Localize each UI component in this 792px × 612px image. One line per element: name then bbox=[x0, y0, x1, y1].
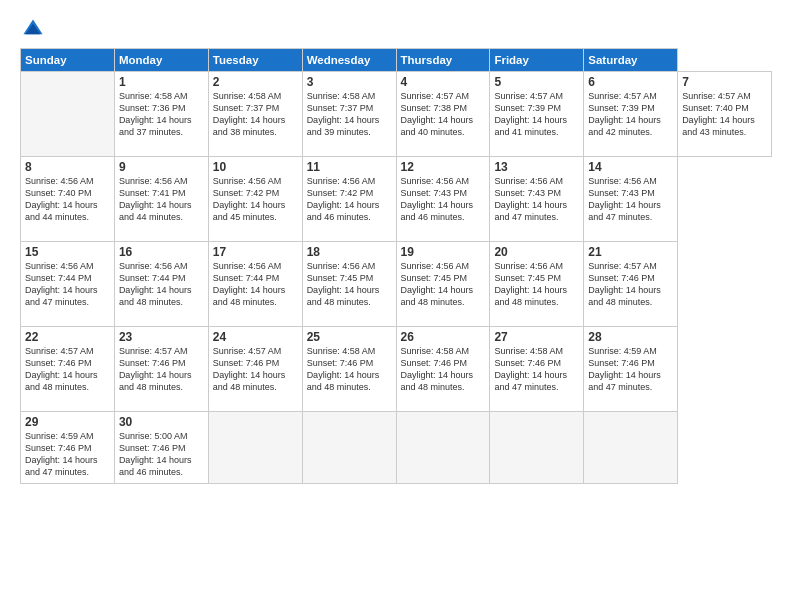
cell-details: Sunrise: 4:58 AM Sunset: 7:37 PM Dayligh… bbox=[213, 90, 298, 139]
day-number: 17 bbox=[213, 245, 298, 259]
week-row-5: 29Sunrise: 4:59 AM Sunset: 7:46 PM Dayli… bbox=[21, 412, 772, 484]
header bbox=[20, 18, 772, 40]
day-cell bbox=[302, 412, 396, 484]
header-row: SundayMondayTuesdayWednesdayThursdayFrid… bbox=[21, 49, 772, 72]
week-row-3: 15Sunrise: 4:56 AM Sunset: 7:44 PM Dayli… bbox=[21, 242, 772, 327]
day-header-friday: Friday bbox=[490, 49, 584, 72]
cell-details: Sunrise: 4:56 AM Sunset: 7:45 PM Dayligh… bbox=[307, 260, 392, 309]
day-cell: 3Sunrise: 4:58 AM Sunset: 7:37 PM Daylig… bbox=[302, 72, 396, 157]
cell-details: Sunrise: 4:56 AM Sunset: 7:43 PM Dayligh… bbox=[588, 175, 673, 224]
cell-details: Sunrise: 4:57 AM Sunset: 7:40 PM Dayligh… bbox=[682, 90, 767, 139]
day-number: 24 bbox=[213, 330, 298, 344]
day-number: 13 bbox=[494, 160, 579, 174]
day-number: 3 bbox=[307, 75, 392, 89]
day-number: 10 bbox=[213, 160, 298, 174]
cell-details: Sunrise: 4:58 AM Sunset: 7:46 PM Dayligh… bbox=[307, 345, 392, 394]
day-number: 19 bbox=[401, 245, 486, 259]
day-cell: 9Sunrise: 4:56 AM Sunset: 7:41 PM Daylig… bbox=[114, 157, 208, 242]
day-cell: 5Sunrise: 4:57 AM Sunset: 7:39 PM Daylig… bbox=[490, 72, 584, 157]
day-number: 29 bbox=[25, 415, 110, 429]
cell-details: Sunrise: 4:56 AM Sunset: 7:42 PM Dayligh… bbox=[307, 175, 392, 224]
cell-details: Sunrise: 4:56 AM Sunset: 7:41 PM Dayligh… bbox=[119, 175, 204, 224]
week-row-1: 1Sunrise: 4:58 AM Sunset: 7:36 PM Daylig… bbox=[21, 72, 772, 157]
day-cell: 25Sunrise: 4:58 AM Sunset: 7:46 PM Dayli… bbox=[302, 327, 396, 412]
day-cell: 23Sunrise: 4:57 AM Sunset: 7:46 PM Dayli… bbox=[114, 327, 208, 412]
calendar: SundayMondayTuesdayWednesdayThursdayFrid… bbox=[20, 48, 772, 484]
day-cell: 15Sunrise: 4:56 AM Sunset: 7:44 PM Dayli… bbox=[21, 242, 115, 327]
cell-details: Sunrise: 4:59 AM Sunset: 7:46 PM Dayligh… bbox=[588, 345, 673, 394]
day-number: 20 bbox=[494, 245, 579, 259]
day-header-sunday: Sunday bbox=[21, 49, 115, 72]
day-cell bbox=[490, 412, 584, 484]
day-number: 11 bbox=[307, 160, 392, 174]
day-cell bbox=[396, 412, 490, 484]
day-cell: 16Sunrise: 4:56 AM Sunset: 7:44 PM Dayli… bbox=[114, 242, 208, 327]
page: SundayMondayTuesdayWednesdayThursdayFrid… bbox=[0, 0, 792, 612]
day-number: 30 bbox=[119, 415, 204, 429]
cell-details: Sunrise: 4:56 AM Sunset: 7:43 PM Dayligh… bbox=[494, 175, 579, 224]
day-number: 25 bbox=[307, 330, 392, 344]
day-number: 27 bbox=[494, 330, 579, 344]
cell-details: Sunrise: 4:56 AM Sunset: 7:40 PM Dayligh… bbox=[25, 175, 110, 224]
day-cell: 7Sunrise: 4:57 AM Sunset: 7:40 PM Daylig… bbox=[678, 72, 772, 157]
day-number: 21 bbox=[588, 245, 673, 259]
day-header-tuesday: Tuesday bbox=[208, 49, 302, 72]
logo bbox=[20, 18, 48, 40]
day-number: 1 bbox=[119, 75, 204, 89]
cell-details: Sunrise: 4:58 AM Sunset: 7:46 PM Dayligh… bbox=[401, 345, 486, 394]
day-cell: 29Sunrise: 4:59 AM Sunset: 7:46 PM Dayli… bbox=[21, 412, 115, 484]
cell-details: Sunrise: 5:00 AM Sunset: 7:46 PM Dayligh… bbox=[119, 430, 204, 479]
day-number: 23 bbox=[119, 330, 204, 344]
day-cell bbox=[584, 412, 678, 484]
day-cell: 27Sunrise: 4:58 AM Sunset: 7:46 PM Dayli… bbox=[490, 327, 584, 412]
cell-details: Sunrise: 4:56 AM Sunset: 7:45 PM Dayligh… bbox=[494, 260, 579, 309]
cell-details: Sunrise: 4:57 AM Sunset: 7:46 PM Dayligh… bbox=[588, 260, 673, 309]
day-cell: 11Sunrise: 4:56 AM Sunset: 7:42 PM Dayli… bbox=[302, 157, 396, 242]
day-cell: 24Sunrise: 4:57 AM Sunset: 7:46 PM Dayli… bbox=[208, 327, 302, 412]
day-cell: 2Sunrise: 4:58 AM Sunset: 7:37 PM Daylig… bbox=[208, 72, 302, 157]
cell-details: Sunrise: 4:57 AM Sunset: 7:46 PM Dayligh… bbox=[213, 345, 298, 394]
day-cell: 26Sunrise: 4:58 AM Sunset: 7:46 PM Dayli… bbox=[396, 327, 490, 412]
day-cell: 22Sunrise: 4:57 AM Sunset: 7:46 PM Dayli… bbox=[21, 327, 115, 412]
cell-details: Sunrise: 4:56 AM Sunset: 7:44 PM Dayligh… bbox=[25, 260, 110, 309]
week-row-4: 22Sunrise: 4:57 AM Sunset: 7:46 PM Dayli… bbox=[21, 327, 772, 412]
day-number: 4 bbox=[401, 75, 486, 89]
day-number: 18 bbox=[307, 245, 392, 259]
cell-details: Sunrise: 4:57 AM Sunset: 7:39 PM Dayligh… bbox=[588, 90, 673, 139]
cell-details: Sunrise: 4:56 AM Sunset: 7:44 PM Dayligh… bbox=[213, 260, 298, 309]
day-header-thursday: Thursday bbox=[396, 49, 490, 72]
cell-details: Sunrise: 4:57 AM Sunset: 7:46 PM Dayligh… bbox=[25, 345, 110, 394]
cell-details: Sunrise: 4:57 AM Sunset: 7:46 PM Dayligh… bbox=[119, 345, 204, 394]
day-header-monday: Monday bbox=[114, 49, 208, 72]
day-cell: 8Sunrise: 4:56 AM Sunset: 7:40 PM Daylig… bbox=[21, 157, 115, 242]
day-header-saturday: Saturday bbox=[584, 49, 678, 72]
day-cell: 4Sunrise: 4:57 AM Sunset: 7:38 PM Daylig… bbox=[396, 72, 490, 157]
day-number: 26 bbox=[401, 330, 486, 344]
cell-details: Sunrise: 4:57 AM Sunset: 7:38 PM Dayligh… bbox=[401, 90, 486, 139]
day-cell: 6Sunrise: 4:57 AM Sunset: 7:39 PM Daylig… bbox=[584, 72, 678, 157]
cell-details: Sunrise: 4:58 AM Sunset: 7:37 PM Dayligh… bbox=[307, 90, 392, 139]
logo-icon bbox=[22, 18, 44, 40]
day-number: 8 bbox=[25, 160, 110, 174]
day-number: 6 bbox=[588, 75, 673, 89]
day-number: 14 bbox=[588, 160, 673, 174]
day-number: 15 bbox=[25, 245, 110, 259]
day-number: 7 bbox=[682, 75, 767, 89]
day-cell: 28Sunrise: 4:59 AM Sunset: 7:46 PM Dayli… bbox=[584, 327, 678, 412]
cell-details: Sunrise: 4:56 AM Sunset: 7:44 PM Dayligh… bbox=[119, 260, 204, 309]
cell-details: Sunrise: 4:58 AM Sunset: 7:36 PM Dayligh… bbox=[119, 90, 204, 139]
day-number: 16 bbox=[119, 245, 204, 259]
day-cell: 10Sunrise: 4:56 AM Sunset: 7:42 PM Dayli… bbox=[208, 157, 302, 242]
cell-details: Sunrise: 4:56 AM Sunset: 7:45 PM Dayligh… bbox=[401, 260, 486, 309]
day-cell: 1Sunrise: 4:58 AM Sunset: 7:36 PM Daylig… bbox=[114, 72, 208, 157]
day-cell bbox=[21, 72, 115, 157]
day-cell: 14Sunrise: 4:56 AM Sunset: 7:43 PM Dayli… bbox=[584, 157, 678, 242]
cell-details: Sunrise: 4:56 AM Sunset: 7:43 PM Dayligh… bbox=[401, 175, 486, 224]
day-cell: 12Sunrise: 4:56 AM Sunset: 7:43 PM Dayli… bbox=[396, 157, 490, 242]
day-cell: 17Sunrise: 4:56 AM Sunset: 7:44 PM Dayli… bbox=[208, 242, 302, 327]
day-number: 22 bbox=[25, 330, 110, 344]
day-number: 12 bbox=[401, 160, 486, 174]
day-number: 28 bbox=[588, 330, 673, 344]
day-cell: 19Sunrise: 4:56 AM Sunset: 7:45 PM Dayli… bbox=[396, 242, 490, 327]
day-number: 2 bbox=[213, 75, 298, 89]
